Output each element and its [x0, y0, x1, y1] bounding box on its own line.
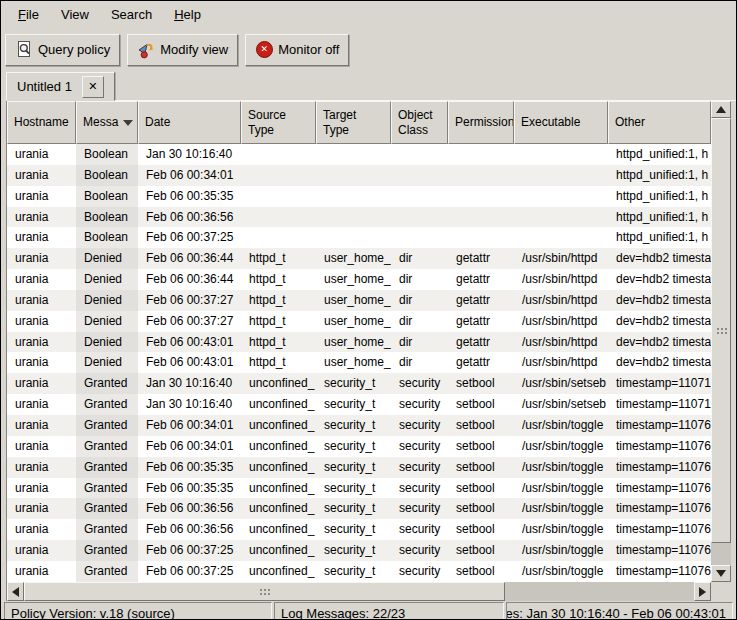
table-row[interactable]: urania Boolean Jan 30 10:16:40 httpd_uni… — [7, 144, 711, 165]
cell-target-type: user_home_ — [316, 311, 391, 332]
cell-other: timestamp=11076 — [608, 498, 711, 519]
cell-source-type: httpd_t — [241, 290, 316, 311]
horizontal-scroll-thumb[interactable] — [24, 582, 505, 601]
modify-view-button[interactable]: Modify view — [127, 34, 238, 66]
column-header-message[interactable]: Messa — [76, 101, 138, 144]
table-row[interactable]: urania Denied Feb 06 00:37:27 httpd_t us… — [7, 290, 711, 311]
table-row[interactable]: urania Denied Feb 06 00:36:44 httpd_t us… — [7, 248, 711, 269]
vertical-scroll-thumb[interactable] — [711, 118, 731, 543]
table-row[interactable]: urania Denied Feb 06 00:36:44 httpd_t us… — [7, 269, 711, 290]
scroll-left-button[interactable] — [7, 582, 24, 601]
cell-message: Boolean — [76, 227, 138, 248]
cell-date: Feb 06 00:35:35 — [138, 457, 241, 478]
cell-message: Denied — [76, 248, 138, 269]
vertical-scrollbar[interactable] — [711, 101, 731, 582]
cell-hostname: urania — [7, 311, 76, 332]
cell-hostname: urania — [7, 352, 76, 373]
table-row[interactable]: urania Granted Feb 06 00:36:56 unconfine… — [7, 498, 711, 519]
cell-message: Granted — [76, 373, 138, 394]
scroll-right-button[interactable] — [694, 582, 711, 601]
cell-target-type: security_t — [316, 561, 391, 582]
cell-target-type: user_home_ — [316, 269, 391, 290]
close-icon[interactable]: ✕ — [82, 76, 104, 98]
column-header-target-type[interactable]: Target Type — [316, 101, 391, 144]
cell-hostname: urania — [7, 498, 76, 519]
table-row[interactable]: urania Granted Feb 06 00:36:56 unconfine… — [7, 519, 711, 540]
horizontal-scrollbar[interactable] — [6, 582, 711, 601]
cell-hostname: urania — [7, 144, 76, 165]
status-bar: Policy Version: v.18 (source) Log Messag… — [1, 601, 736, 620]
column-header-source-type[interactable]: Source Type — [241, 101, 316, 144]
column-header-permission[interactable]: Permission — [448, 101, 514, 144]
tab-untitled-1[interactable]: Untitled 1 ✕ — [6, 72, 115, 101]
table-row[interactable]: urania Boolean Feb 06 00:37:25 httpd_uni… — [7, 227, 711, 248]
table-row[interactable]: urania Denied Feb 06 00:43:01 httpd_t us… — [7, 352, 711, 373]
cell-target-type: security_t — [316, 394, 391, 415]
cell-executable — [514, 186, 608, 207]
cell-other: httpd_unified:1, h — [608, 227, 711, 248]
cell-hostname: urania — [7, 394, 76, 415]
table-row[interactable]: urania Granted Feb 06 00:37:25 unconfine… — [7, 540, 711, 561]
query-policy-button[interactable]: Query policy — [5, 34, 120, 66]
column-header-hostname[interactable]: Hostname — [7, 101, 76, 144]
cell-permission — [448, 207, 514, 228]
cell-other: dev=hdb2 timesta — [608, 248, 711, 269]
cell-object-class: security — [391, 457, 448, 478]
table-row[interactable]: urania Denied Feb 06 00:37:27 httpd_t us… — [7, 311, 711, 332]
cell-date: Feb 06 00:37:27 — [138, 290, 241, 311]
cell-permission: getattr — [448, 290, 514, 311]
table-row[interactable]: urania Boolean Feb 06 00:36:56 httpd_uni… — [7, 207, 711, 228]
cell-executable: /usr/sbin/toggle — [514, 519, 608, 540]
column-header-object-class[interactable]: Object Class — [391, 101, 448, 144]
cell-other: dev=hdb2 timesta — [608, 311, 711, 332]
cell-executable — [514, 144, 608, 165]
cell-other: timestamp=11071 — [608, 394, 711, 415]
cell-other: timestamp=11076 — [608, 415, 711, 436]
horizontal-scroll-track[interactable] — [24, 582, 694, 601]
menu-view[interactable]: View — [50, 3, 100, 26]
cell-object-class: dir — [391, 290, 448, 311]
cell-executable: /usr/sbin/httpd — [514, 248, 608, 269]
arrow-up-icon — [716, 106, 726, 113]
cell-other: httpd_unified:1, h — [608, 165, 711, 186]
cell-permission: setbool — [448, 519, 514, 540]
query-policy-label: Query policy — [38, 42, 110, 57]
cell-permission: setbool — [448, 394, 514, 415]
cell-other: timestamp=11076 — [608, 561, 711, 582]
scroll-down-button[interactable] — [711, 565, 731, 582]
monitor-off-button[interactable]: ✕ Monitor off — [245, 34, 349, 66]
cell-target-type: security_t — [316, 498, 391, 519]
table-row[interactable]: urania Boolean Feb 06 00:34:01 httpd_uni… — [7, 165, 711, 186]
table-row[interactable]: urania Granted Feb 06 00:35:35 unconfine… — [7, 478, 711, 499]
table-row[interactable]: urania Granted Feb 06 00:34:01 unconfine… — [7, 436, 711, 457]
column-header-date[interactable]: Date — [138, 101, 241, 144]
cell-source-type: unconfined_ — [241, 457, 316, 478]
cell-permission: getattr — [448, 332, 514, 353]
toolbar: Query policy Modify view ✕ Monitor off — [1, 28, 736, 71]
cell-message: Denied — [76, 290, 138, 311]
table-row[interactable]: urania Denied Feb 06 00:43:01 httpd_t us… — [7, 332, 711, 353]
cell-message: Granted — [76, 457, 138, 478]
table-row[interactable]: urania Granted Jan 30 10:16:40 unconfine… — [7, 373, 711, 394]
column-header-executable[interactable]: Executable — [514, 101, 608, 144]
cell-date: Feb 06 00:36:44 — [138, 248, 241, 269]
cell-source-type — [241, 186, 316, 207]
column-header-label: Messa — [83, 115, 118, 129]
vertical-scroll-track[interactable] — [711, 118, 731, 565]
cell-executable: /usr/sbin/toggle — [514, 436, 608, 457]
log-messages-status: Log Messages: 22/23 — [274, 602, 504, 620]
scroll-up-button[interactable] — [711, 101, 731, 118]
table-row[interactable]: urania Granted Feb 06 00:37:25 unconfine… — [7, 561, 711, 582]
cell-source-type: unconfined_ — [241, 540, 316, 561]
cell-date: Feb 06 00:37:25 — [138, 540, 241, 561]
table-row[interactable]: urania Granted Feb 06 00:34:01 unconfine… — [7, 415, 711, 436]
table-row[interactable]: urania Boolean Feb 06 00:35:35 httpd_uni… — [7, 186, 711, 207]
column-header-other[interactable]: Other — [608, 101, 711, 144]
table-row[interactable]: urania Granted Jan 30 10:16:40 unconfine… — [7, 394, 711, 415]
menu-help[interactable]: Help — [163, 3, 212, 26]
menu-file[interactable]: File — [7, 3, 50, 26]
cell-date: Feb 06 00:36:56 — [138, 207, 241, 228]
table-row[interactable]: urania Granted Feb 06 00:35:35 unconfine… — [7, 457, 711, 478]
monitor-off-label: Monitor off — [278, 42, 339, 57]
menu-search[interactable]: Search — [100, 3, 163, 26]
